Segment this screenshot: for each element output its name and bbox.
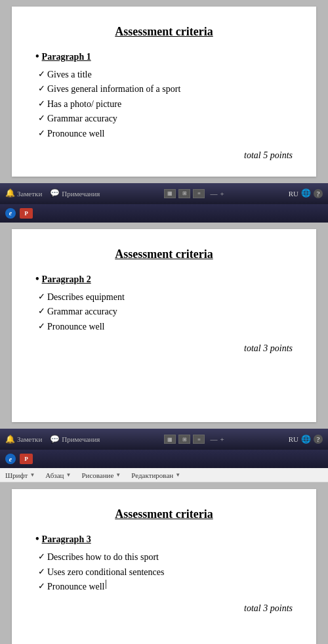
- comments-icon-2: 💬 Примечания: [50, 435, 100, 444]
- criteria-text: Pronounce well: [47, 320, 104, 334]
- view-grid-icon-2[interactable]: ⊞: [178, 435, 190, 444]
- criteria-text: Pronounce well: [47, 127, 104, 141]
- view-grid-icon[interactable]: ⊞: [178, 189, 190, 198]
- checkmark-icon: ✓: [38, 565, 45, 579]
- ribbon-drawing-arrow: ▼: [115, 472, 121, 478]
- list-item: ✓Describes how to do this sport: [38, 550, 293, 565]
- question-icon-2[interactable]: ?: [314, 435, 323, 444]
- list-item: ✓Pronounce well: [38, 320, 293, 334]
- list-item: ✓Gives general information of a sport: [38, 82, 293, 97]
- notes-label: Заметки: [17, 190, 42, 198]
- criteria-text: Grammar accuracy: [47, 112, 117, 126]
- comments-label: Примечания: [62, 190, 100, 198]
- criteria-text: Describes how to do this sport: [47, 550, 159, 565]
- ribbon-bar: Шрифт ▼ Абзац ▼ Рисование ▼ Редактирован…: [0, 468, 328, 483]
- bullet-dot-3: •: [35, 533, 39, 545]
- slide-2-title: Assessment criteria: [35, 247, 293, 261]
- list-item: ✓ Pronounce well: [38, 580, 293, 594]
- taskbar-locale: RU 🌐 ?: [289, 188, 323, 198]
- checkmark-icon: ✓: [38, 550, 45, 564]
- criteria-text: Gives a title: [47, 68, 92, 82]
- view-normal-icon-2[interactable]: ▦: [164, 435, 176, 444]
- ribbon-font[interactable]: Шрифт ▼: [5, 471, 35, 479]
- taskbar-2-locale: RU 🌐 ?: [289, 435, 323, 444]
- locale-label: RU: [289, 190, 298, 198]
- criteria-text: Grammar accuracy: [47, 305, 117, 319]
- list-item: ✓Describes equipment: [38, 290, 293, 305]
- view-list-icon-2[interactable]: ≡: [193, 435, 205, 444]
- view-normal-icon[interactable]: ▦: [164, 189, 176, 198]
- taskbar-1: 🔔 Заметки 💬 Примечания ▦ ⊞ ≡ — + RU 🌐 ?: [0, 183, 328, 204]
- notes-bell-icon: 🔔 Заметки: [5, 188, 42, 198]
- list-item: ✓Pronounce well: [38, 127, 293, 141]
- ribbon-edit[interactable]: Редактирован ▼: [131, 471, 180, 479]
- ribbon-edit-label: Редактирован: [131, 471, 173, 479]
- slide-2-criteria-list: ✓Describes equipment ✓Grammar accuracy ✓…: [38, 290, 293, 334]
- taskbar-view-icons: ▦ ⊞ ≡ — +: [164, 189, 224, 198]
- question-icon[interactable]: ?: [314, 189, 323, 198]
- taskbar-notes-area: 🔔 Заметки 💬 Примечания: [5, 188, 100, 198]
- criteria-text: Has a photo/ picture: [47, 97, 121, 112]
- taskbar-2-view-icons: ▦ ⊞ ≡ — +: [164, 435, 224, 444]
- ribbon-paragraph[interactable]: Абзац ▼: [45, 471, 71, 479]
- view-list-icon[interactable]: ≡: [193, 189, 205, 198]
- list-item: ✓Grammar accuracy: [38, 112, 293, 126]
- checkmark-icon: ✓: [38, 320, 45, 333]
- ie-bar-2: e P: [0, 450, 328, 468]
- slide-3-paragraph-row: • Paragraph 3: [35, 533, 293, 547]
- slide-3-wrapper: Assessment criteria • Paragraph 3 ✓Descr…: [0, 483, 328, 644]
- slide-1-paragraph-row: • Paragraph 1: [35, 51, 293, 65]
- ribbon-font-label: Шрифт: [5, 471, 28, 479]
- slide-1-title: Assessment criteria: [35, 25, 293, 39]
- checkmark-icon: ✓: [38, 82, 45, 96]
- ie-bar-1: e P: [0, 204, 328, 223]
- checkmark-icon: ✓: [38, 127, 45, 140]
- slide-2-paragraph-label: Paragraph 2: [42, 274, 91, 285]
- taskbar-2-notes-area: 🔔 Заметки 💬 Примечания: [5, 435, 100, 444]
- powerpoint-icon-2: P: [20, 454, 33, 464]
- slide-3-paragraph-label: Paragraph 3: [42, 534, 91, 545]
- ribbon-paragraph-arrow: ▼: [66, 472, 71, 478]
- slide-2-total: total 3 points: [35, 343, 293, 354]
- criteria-text: Describes equipment: [47, 290, 125, 305]
- list-item: ✓Uses zero conditional sentences: [38, 565, 293, 580]
- bullet-dot-1: •: [35, 51, 39, 62]
- slide-2-wrapper: Assessment criteria • Paragraph 2 ✓Descr…: [0, 223, 328, 429]
- locale-label-2: RU: [289, 435, 298, 443]
- powerpoint-icon: P: [20, 208, 33, 219]
- notes-bell-icon-2: 🔔 Заметки: [5, 435, 42, 444]
- list-item: ✓Grammar accuracy: [38, 305, 293, 319]
- globe-icon: 🌐: [301, 188, 311, 198]
- notes-label-2: Заметки: [17, 435, 42, 443]
- criteria-text: Gives general information of a sport: [47, 82, 180, 97]
- bullet-dot-2: •: [35, 273, 39, 285]
- checkmark-icon: ✓: [38, 112, 45, 125]
- slide-3-title: Assessment criteria: [35, 507, 293, 521]
- slide-2-paragraph-row: • Paragraph 2: [35, 273, 293, 288]
- slide-1: Assessment criteria • Paragraph 1 ✓Gives…: [12, 7, 316, 177]
- slide-3: Assessment criteria • Paragraph 3 ✓Descr…: [12, 489, 316, 644]
- globe-icon-2: 🌐: [301, 435, 311, 444]
- slide-3-criteria-list: ✓Describes how to do this sport ✓Uses ze…: [38, 550, 293, 594]
- checkmark-icon: ✓: [38, 68, 45, 81]
- ribbon-drawing-label: Рисование: [81, 471, 113, 479]
- ie-browser-icon-2: e: [5, 454, 16, 464]
- checkmark-icon: ✓: [38, 580, 45, 593]
- slide-2-empty-space: [35, 354, 293, 406]
- list-item: ✓Gives a title: [38, 68, 293, 82]
- list-item: ✓Has a photo/ picture: [38, 97, 293, 112]
- comments-label-2: Примечания: [62, 435, 100, 443]
- slide-3-empty-space: [35, 614, 293, 640]
- ribbon-paragraph-label: Абзац: [45, 471, 64, 479]
- slide-1-total: total 5 points: [35, 150, 293, 161]
- checkmark-icon: ✓: [38, 97, 45, 111]
- text-cursor: [106, 580, 106, 589]
- checkmark-icon: ✓: [38, 290, 45, 304]
- ribbon-drawing[interactable]: Рисование ▼: [81, 471, 121, 479]
- slide-1-paragraph-label: Paragraph 1: [42, 52, 91, 62]
- criteria-text: Pronounce well: [47, 580, 104, 594]
- slide-1-criteria-list: ✓Gives a title ✓Gives general informatio…: [38, 68, 293, 141]
- slide-2: Assessment criteria • Paragraph 2 ✓Descr…: [12, 229, 316, 422]
- slide-1-wrapper: Assessment criteria • Paragraph 1 ✓Gives…: [0, 0, 328, 183]
- slide-3-total: total 3 points: [35, 603, 293, 614]
